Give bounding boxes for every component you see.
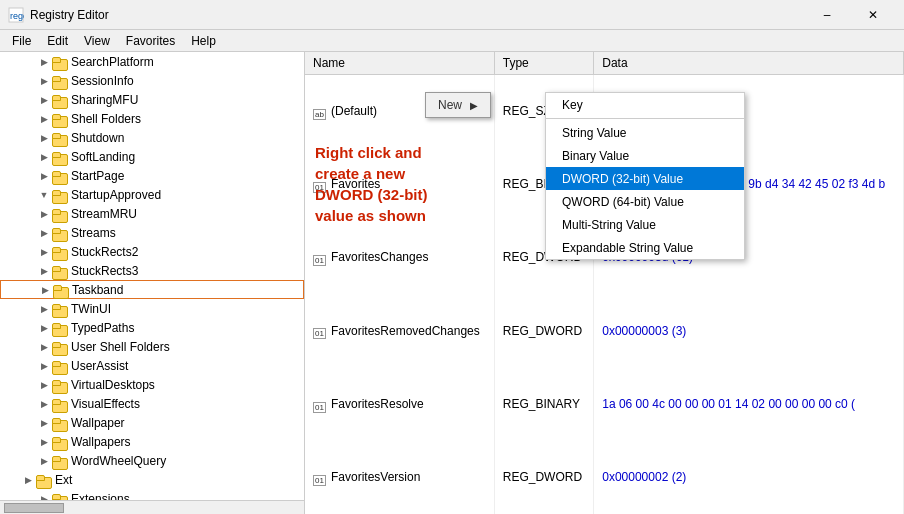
- folder-icon: [52, 169, 68, 183]
- tree-item-shutdown[interactable]: ▶Shutdown: [0, 128, 304, 147]
- tree-item-sharing-mfu[interactable]: ▶SharingMFU: [0, 90, 304, 109]
- tree-item-stuck-rects3[interactable]: ▶StuckRects3: [0, 261, 304, 280]
- reg-type: REG_BINARY: [494, 367, 593, 440]
- tree-label: SearchPlatform: [71, 55, 154, 69]
- tree-label: Shell Folders: [71, 112, 141, 126]
- tree-label: StartupApproved: [71, 188, 161, 202]
- folder-icon: [52, 435, 68, 449]
- context-menu-area: New ▶ KeyString ValueBinary ValueDWORD (…: [425, 92, 491, 118]
- tree-label: Wallpaper: [71, 416, 125, 430]
- menu-item-view[interactable]: View: [76, 32, 118, 50]
- tree-label: StuckRects2: [71, 245, 138, 259]
- tree-item-user-assist[interactable]: ▶UserAssist: [0, 356, 304, 375]
- tree-item-wallpapers[interactable]: ▶Wallpapers: [0, 432, 304, 451]
- tree-hscroll[interactable]: [0, 500, 304, 514]
- tree-label: SharingMFU: [71, 93, 138, 107]
- tree-item-stuck-rects2[interactable]: ▶StuckRects2: [0, 242, 304, 261]
- tree-label: StartPage: [71, 169, 124, 183]
- tree-item-wallpaper[interactable]: ▶Wallpaper: [0, 413, 304, 432]
- tree-item-streams[interactable]: ▶Streams: [0, 223, 304, 242]
- close-button[interactable]: ✕: [850, 0, 896, 30]
- tree-item-start-page[interactable]: ▶StartPage: [0, 166, 304, 185]
- app-icon: regedit: [8, 7, 24, 23]
- folder-icon: [52, 264, 68, 278]
- svg-text:regedit: regedit: [10, 11, 24, 21]
- submenu-item-string-value[interactable]: String Value: [546, 121, 744, 144]
- folder-icon: [52, 74, 68, 88]
- reg-name: FavoritesVersion: [331, 470, 420, 484]
- folder-icon: [52, 416, 68, 430]
- reg-name: FavoritesChanges: [331, 250, 428, 264]
- reg-icon: [313, 472, 327, 484]
- tree-item-session-info[interactable]: ▶SessionInfo: [0, 71, 304, 90]
- submenu-separator: [546, 118, 744, 119]
- submenu-item-dword-value[interactable]: DWORD (32-bit) Value: [546, 167, 744, 190]
- tree-label: User Shell Folders: [71, 340, 170, 354]
- folder-icon: [52, 378, 68, 392]
- menu-item-help[interactable]: Help: [183, 32, 224, 50]
- reg-type: REG_DWORD: [494, 441, 593, 514]
- tree-item-word-wheel-query[interactable]: ▶WordWheelQuery: [0, 451, 304, 470]
- tree-item-typed-paths[interactable]: ▶TypedPaths: [0, 318, 304, 337]
- reg-icon: [313, 106, 327, 118]
- tree-item-taskband[interactable]: ▶Taskband: [0, 280, 304, 299]
- table-row[interactable]: FavoritesResolveREG_BINARY1a 06 00 4c 00…: [305, 367, 904, 440]
- col-data: Data: [594, 52, 904, 74]
- new-label: New: [438, 98, 462, 112]
- reg-icon: [313, 399, 327, 411]
- folder-icon: [52, 397, 68, 411]
- tree-item-user-shell-folders[interactable]: ▶User Shell Folders: [0, 337, 304, 356]
- tree-label: Extensions: [71, 492, 130, 501]
- minimize-button[interactable]: –: [804, 0, 850, 30]
- folder-icon: [52, 245, 68, 259]
- tree-item-stream-mru[interactable]: ▶StreamMRU: [0, 204, 304, 223]
- submenu-item-expandable-string-value[interactable]: Expandable String Value: [546, 236, 744, 259]
- folder-icon: [52, 321, 68, 335]
- reg-data: 1a 06 00 4c 00 00 00 01 14 02 00 00 00 0…: [594, 367, 904, 440]
- submenu-item-multi-string-value[interactable]: Multi-String Value: [546, 213, 744, 236]
- tree-item-soft-landing[interactable]: ▶SoftLanding: [0, 147, 304, 166]
- tree-item-search-platform[interactable]: ▶SearchPlatform: [0, 52, 304, 71]
- table-row[interactable]: FavoritesVersionREG_DWORD0x00000002 (2): [305, 441, 904, 514]
- tree-item-twinui[interactable]: ▶TWinUI: [0, 299, 304, 318]
- table-row[interactable]: FavoritesRemovedChangesREG_DWORD0x000000…: [305, 294, 904, 367]
- tree-label: Wallpapers: [71, 435, 131, 449]
- tree-label: UserAssist: [71, 359, 128, 373]
- tree-item-visual-effects[interactable]: ▶VisualEffects: [0, 394, 304, 413]
- reg-data: 0x00000003 (3): [594, 294, 904, 367]
- tree-item-shell-folders[interactable]: ▶Shell Folders: [0, 109, 304, 128]
- folder-icon: [52, 340, 68, 354]
- menu-item-file[interactable]: File: [4, 32, 39, 50]
- submenu-item-key[interactable]: Key: [546, 93, 744, 116]
- submenu-item-qword-value[interactable]: QWORD (64-bit) Value: [546, 190, 744, 213]
- folder-icon: [52, 93, 68, 107]
- tree-label: StreamMRU: [71, 207, 137, 221]
- tree-scroll[interactable]: ▶SearchPlatform▶SessionInfo▶SharingMFU▶S…: [0, 52, 304, 500]
- menu-item-favorites[interactable]: Favorites: [118, 32, 183, 50]
- folder-icon: [52, 55, 68, 69]
- folder-icon: [52, 302, 68, 316]
- submenu-item-binary-value[interactable]: Binary Value: [546, 144, 744, 167]
- tree-item-extensions[interactable]: ▶Extensions: [0, 489, 304, 500]
- title-bar-controls: – ✕: [804, 0, 896, 30]
- tree-label: WordWheelQuery: [71, 454, 166, 468]
- reg-name: FavoritesResolve: [331, 397, 424, 411]
- tree-item-virtual-desktops[interactable]: ▶VirtualDesktops: [0, 375, 304, 394]
- reg-name: (Default): [331, 104, 377, 118]
- menu-item-edit[interactable]: Edit: [39, 32, 76, 50]
- tree-item-startup-approved[interactable]: ▼StartupApproved: [0, 185, 304, 204]
- folder-icon: [52, 131, 68, 145]
- reg-name: FavoritesRemovedChanges: [331, 324, 480, 338]
- tree-item-ext[interactable]: ▶Ext: [0, 470, 304, 489]
- tree-label: VirtualDesktops: [71, 378, 155, 392]
- col-name: Name: [305, 52, 494, 74]
- tree-label: TypedPaths: [71, 321, 134, 335]
- folder-icon: [52, 207, 68, 221]
- new-arrow: ▶: [470, 100, 478, 111]
- tree-label: Shutdown: [71, 131, 124, 145]
- tree-label: VisualEffects: [71, 397, 140, 411]
- title-bar: regedit Registry Editor – ✕: [0, 0, 904, 30]
- new-menu-trigger[interactable]: New ▶: [425, 92, 491, 118]
- tree-panel: ▶SearchPlatform▶SessionInfo▶SharingMFU▶S…: [0, 52, 305, 514]
- hscroll-bar[interactable]: [4, 503, 64, 513]
